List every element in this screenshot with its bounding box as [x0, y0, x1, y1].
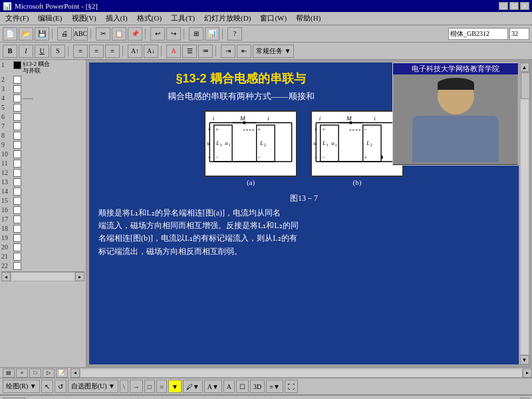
line-color-button[interactable]: 🖊▼ — [183, 380, 203, 393]
ellipse-tool[interactable]: ○ — [156, 380, 167, 393]
menu-slideshow[interactable]: 幻灯片放映(D) — [200, 13, 255, 24]
slide-checkbox-4[interactable] — [13, 94, 21, 102]
list-item[interactable]: 14 — [1, 188, 84, 196]
select-tool[interactable]: ↖ — [41, 380, 53, 393]
list-item[interactable]: 21 — [1, 253, 84, 261]
decrease-indent-button[interactable]: ⇤ — [237, 45, 251, 58]
draw-menu-button[interactable]: 绘图(R) ▼ — [3, 380, 40, 393]
font-color-button2[interactable]: A▼ — [204, 380, 222, 393]
slide-checkbox-21[interactable] — [13, 253, 21, 261]
group-button[interactable]: ⛶ — [285, 380, 298, 393]
panel-hscroll[interactable]: ◂ ▸ — [1, 271, 84, 282]
list-item[interactable]: 17 — [1, 215, 84, 223]
slide-checkbox-3[interactable] — [13, 85, 21, 93]
bold-button[interactable]: B — [3, 45, 17, 58]
slide-checkbox-6[interactable] — [13, 113, 21, 121]
menu-help[interactable]: 帮助(H) — [292, 13, 325, 24]
slide-panel[interactable]: 1 §13-2 耦合与并联 2 3 4 ....... 5 6 7 — [0, 60, 86, 367]
notes-view-button[interactable]: 📝 — [56, 368, 68, 378]
increase-indent-button[interactable]: ⇥ — [221, 45, 235, 58]
insert-table-button[interactable]: ⊞ — [189, 27, 203, 41]
minimize-button[interactable]: _ — [499, 2, 508, 10]
slide-checkbox-15[interactable] — [13, 197, 21, 205]
save-button[interactable]: 💾 — [35, 27, 49, 41]
list-item[interactable]: 5 — [1, 104, 84, 112]
shadow-button[interactable]: S — [51, 45, 65, 58]
undo-button[interactable]: ↩ — [150, 27, 165, 41]
list-item[interactable]: 1 §13-2 耦合与并联 — [1, 61, 84, 74]
list-item[interactable]: 8 — [1, 132, 84, 140]
slide-checkbox-19[interactable] — [13, 234, 21, 242]
slide-checkbox-1[interactable] — [13, 61, 21, 69]
slide-checkbox-9[interactable] — [13, 141, 21, 149]
list-item[interactable]: 4 ....... — [1, 94, 84, 102]
menu-file[interactable]: 文件(F) — [1, 13, 33, 24]
slide-checkbox-14[interactable] — [13, 188, 21, 196]
panel-scroll-right[interactable]: ▸ — [75, 272, 84, 281]
insert-chart-button[interactable]: 📊 — [205, 27, 219, 41]
title-bar-controls[interactable]: _ □ × — [499, 2, 529, 10]
outline-view-button[interactable]: ≡ — [16, 368, 28, 378]
font-name-box[interactable]: 楷体_GB2312 — [448, 28, 508, 40]
rotate-tool[interactable]: ↺ — [55, 380, 66, 393]
align-distribute-button[interactable]: ≡▼ — [266, 380, 283, 393]
autoshape-button[interactable]: 自选图形(U) ▼ — [68, 380, 118, 393]
slideshow-view-button[interactable]: ▷ — [43, 368, 55, 378]
slide-checkbox-22[interactable] — [13, 262, 21, 270]
font-color-button[interactable]: A — [166, 45, 181, 58]
slide-checkbox-2[interactable] — [13, 76, 21, 84]
slide-checkbox-8[interactable] — [13, 132, 21, 140]
help-button[interactable]: ? — [227, 27, 242, 41]
list-item[interactable]: 10 — [1, 150, 84, 158]
text-style-button[interactable]: A — [223, 380, 235, 393]
scroll-track[interactable] — [520, 72, 529, 355]
increase-font-button[interactable]: A↑ — [128, 45, 142, 58]
menu-tools[interactable]: 工具(T) — [167, 13, 199, 24]
list-item[interactable]: 11 — [1, 160, 84, 168]
slide-checkbox-11[interactable] — [13, 160, 21, 168]
list-item[interactable]: 18 — [1, 225, 84, 233]
print-button[interactable]: 🖨 — [57, 27, 72, 41]
hscroll-left[interactable]: ◂ — [70, 368, 80, 378]
slide-checkbox-12[interactable] — [13, 169, 21, 177]
scroll-up-button[interactable]: ▲ — [520, 63, 529, 72]
slide-checkbox-7[interactable] — [13, 122, 21, 130]
list-item[interactable]: 7 — [1, 122, 84, 130]
normal-view-button[interactable]: ▤ — [3, 368, 15, 378]
rect-tool[interactable]: □ — [144, 380, 155, 393]
slide-view-button[interactable]: □ — [29, 368, 41, 378]
menu-window[interactable]: 窗口(W) — [256, 13, 291, 24]
menu-format[interactable]: 格式(O) — [133, 13, 166, 24]
list-item[interactable]: 19 — [1, 234, 84, 242]
slide-checkbox-16[interactable] — [13, 206, 21, 214]
slide-checkbox-13[interactable] — [13, 178, 21, 186]
panel-scroll-left[interactable]: ◂ — [1, 272, 11, 281]
scroll-down-button[interactable]: ▼ — [520, 355, 529, 364]
list-item[interactable]: 20 — [1, 243, 84, 251]
bullet-button[interactable]: ☰ — [182, 45, 197, 58]
slide-content[interactable]: 电子科技大学网络教育学院 §13-2 耦合电感的串联与 耦合电感的串 — [89, 63, 519, 364]
menu-view[interactable]: 视图(V) — [68, 13, 100, 24]
arrow-tool[interactable]: → — [130, 380, 143, 393]
common-tasks-button[interactable]: 常规任务 ▼ — [253, 45, 294, 58]
menu-edit[interactable]: 编辑(E) — [34, 13, 66, 24]
scroll-thumb[interactable] — [521, 72, 530, 99]
list-item[interactable]: 15 — [1, 197, 84, 205]
align-left-button[interactable]: ≡ — [73, 45, 88, 58]
underline-button[interactable]: U — [35, 45, 49, 58]
slide-checkbox-17[interactable] — [13, 215, 21, 223]
align-right-button[interactable]: ≡ — [105, 45, 120, 58]
list-item[interactable]: 9 — [1, 141, 84, 149]
paste-button[interactable]: 📌 — [128, 27, 142, 41]
shadow-style-button[interactable]: ☐ — [236, 380, 249, 393]
font-size-box[interactable]: 32 — [509, 28, 529, 40]
align-center-button[interactable]: ≡ — [89, 45, 104, 58]
fill-color-button[interactable]: ▼ — [168, 380, 182, 393]
list-item[interactable]: 16 — [1, 206, 84, 214]
slide-checkbox-20[interactable] — [13, 243, 21, 251]
slide-checkbox-18[interactable] — [13, 225, 21, 233]
list-item[interactable]: 12 — [1, 169, 84, 177]
cut-button[interactable]: ✂ — [96, 27, 110, 41]
decrease-font-button[interactable]: A↓ — [144, 45, 158, 58]
slide-checkbox-5[interactable] — [13, 104, 21, 112]
